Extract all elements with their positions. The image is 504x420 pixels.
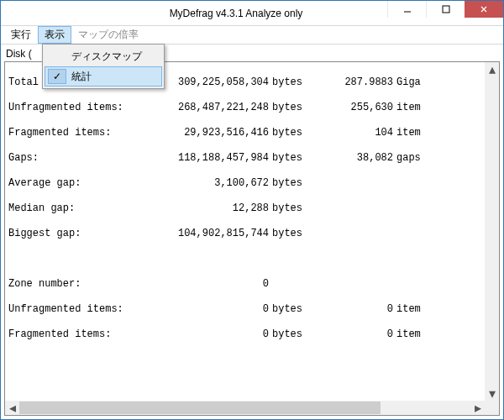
stat-rv: 0 <box>309 328 393 341</box>
window-buttons <box>387 1 503 25</box>
stat-unit: bytes <box>269 228 309 240</box>
stat-label: Biggest gap: <box>8 228 134 240</box>
stat-unit: bytes <box>269 102 309 114</box>
stat-bytes: 104,902,815,744 <box>134 228 269 240</box>
menu-map-scale[interactable]: マップの倍率 <box>71 26 145 44</box>
stat-bytes: 268,487,221,248 <box>134 102 269 114</box>
stat-ru: Giga <box>393 76 427 89</box>
scroll-down-icon[interactable]: ▾ <box>485 386 499 401</box>
menu-view[interactable]: 表示 <box>38 26 71 44</box>
minimize-button[interactable] <box>387 1 426 18</box>
stat-unit: bytes <box>269 177 309 190</box>
dropdown-label: 統計 <box>71 70 92 84</box>
titlebar: MyDefrag v4.3.1 Analyze only <box>1 1 503 26</box>
stat-ru: item <box>393 328 427 341</box>
horizontal-scrollbar[interactable]: ◂ ▸ <box>5 401 485 415</box>
stat-label: Fragmented items: <box>8 328 134 341</box>
stat-label: Average gap: <box>8 177 134 190</box>
stat-label: Fragmented items: <box>8 127 134 139</box>
dropdown-item-diskmap[interactable]: ディスクマップ <box>45 46 162 66</box>
stat-bytes: 0 <box>134 328 269 341</box>
window-title: MyDefrag v4.3.1 Analyze only <box>1 8 387 19</box>
stat-label: Gaps: <box>8 152 134 165</box>
stat-unit: bytes <box>269 127 309 139</box>
menu-run[interactable]: 実行 <box>4 26 38 44</box>
stat-label: Zone number: <box>8 278 134 291</box>
stats-panel-container: Total disk space:309,225,058,304bytes287… <box>4 61 500 416</box>
stat-bytes: 0 <box>134 303 269 316</box>
scroll-up-icon[interactable]: ▴ <box>485 62 499 76</box>
stat-ru: item <box>393 102 427 114</box>
check-icon <box>48 49 66 64</box>
stat-ru: item <box>393 303 427 316</box>
close-button[interactable] <box>465 1 503 18</box>
stat-label: Unfragmented items: <box>8 102 134 114</box>
menubar: 実行 表示 マップの倍率 <box>1 26 503 45</box>
stat-label: Median gap: <box>8 202 134 215</box>
stat-rv: 104 <box>309 127 393 139</box>
stat-label: Unfragmented items: <box>8 303 134 316</box>
maximize-button[interactable] <box>426 1 465 18</box>
dropdown-item-stats[interactable]: ✓ 統計 <box>45 66 162 87</box>
stat-rv: 287.9883 <box>309 76 393 89</box>
stat-ru: gaps <box>393 152 427 165</box>
stat-unit: bytes <box>269 328 309 341</box>
scroll-right-icon[interactable]: ▸ <box>470 401 485 415</box>
svg-rect-1 <box>443 6 449 13</box>
stat-unit: bytes <box>269 152 309 165</box>
scroll-left-icon[interactable]: ◂ <box>5 401 19 415</box>
stat-bytes: 3,100,672 <box>134 177 269 190</box>
stat-unit: bytes <box>269 303 309 316</box>
dropdown-label: ディスクマップ <box>71 50 142 64</box>
stat-bytes: 0 <box>134 278 269 291</box>
check-icon: ✓ <box>48 69 66 84</box>
stat-rv: 38,082 <box>309 152 393 165</box>
vertical-scrollbar[interactable]: ▴ ▾ <box>485 62 499 401</box>
view-dropdown: ディスクマップ ✓ 統計 <box>42 44 165 89</box>
scroll-corner <box>485 401 499 415</box>
scroll-track[interactable] <box>19 401 470 415</box>
body: Disk ( Total disk space:309,225,058,304b… <box>1 45 503 419</box>
scroll-thumb[interactable] <box>19 402 381 414</box>
scroll-track[interactable] <box>485 76 499 386</box>
stat-unit: bytes <box>269 76 309 89</box>
stats-panel: Total disk space:309,225,058,304bytes287… <box>5 62 499 415</box>
app-window: MyDefrag v4.3.1 Analyze only 実行 表示 マップの倍… <box>0 0 504 420</box>
stat-rv: 255,630 <box>309 102 393 114</box>
stat-bytes: 12,288 <box>134 202 269 215</box>
stat-unit: bytes <box>269 202 309 215</box>
stat-bytes: 29,923,516,416 <box>134 127 269 139</box>
stat-ru: item <box>393 127 427 139</box>
stat-bytes: 118,188,457,984 <box>134 152 269 165</box>
stat-rv: 0 <box>309 303 393 316</box>
